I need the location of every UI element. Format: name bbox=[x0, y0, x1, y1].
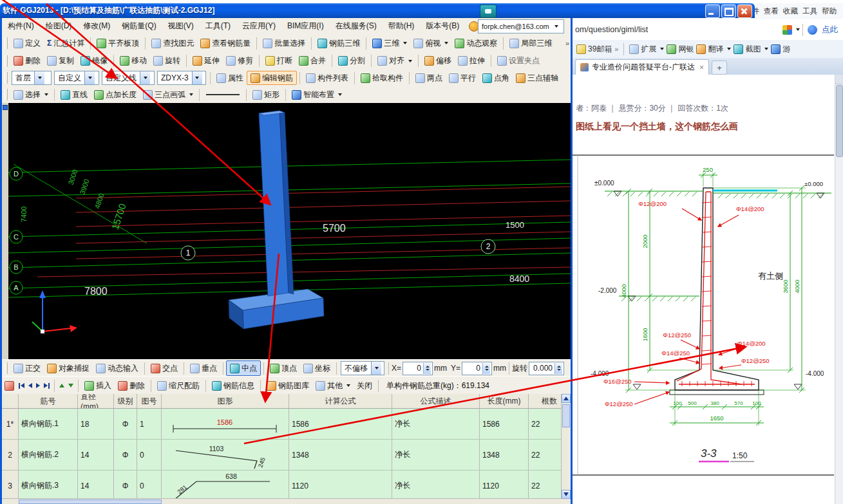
rebar-gallery-button[interactable]: 钢筋图库 bbox=[263, 378, 312, 393]
scroll-down-arrow[interactable] bbox=[562, 490, 571, 499]
click-here-link[interactable]: 点此 bbox=[822, 24, 838, 35]
rotation-spinner[interactable] bbox=[554, 363, 562, 374]
toolbar-grip[interactable] bbox=[5, 362, 8, 374]
point-angle-axis-button[interactable]: 点角 bbox=[479, 71, 513, 85]
define-button[interactable]: 定义 bbox=[10, 36, 44, 50]
bookmark-screenshot[interactable]: 截图 bbox=[734, 44, 768, 55]
prev-row-button[interactable] bbox=[26, 379, 34, 392]
custom-line-combo[interactable]: 自定义线 bbox=[102, 71, 155, 85]
apps-grid-icon[interactable] bbox=[782, 25, 792, 35]
tab-close-icon[interactable]: × bbox=[699, 63, 704, 72]
menu-modify[interactable]: 修改(M) bbox=[77, 18, 116, 34]
category-combo[interactable]: 自定义 bbox=[54, 71, 99, 85]
url-text[interactable]: om/question/giml/list bbox=[575, 25, 781, 34]
bookmark-mail[interactable]: 39邮箱 bbox=[576, 44, 612, 55]
table-row[interactable]: 2 横向钢筋.2 14 Φ 0 1103 245 1348 净长 1348 22 bbox=[2, 440, 571, 471]
delete-row-button[interactable]: 删除 bbox=[115, 378, 148, 393]
line-button[interactable]: 直线 bbox=[57, 88, 91, 102]
header-formula-desc[interactable]: 公式描述 bbox=[392, 394, 480, 408]
top-view-button[interactable]: 俯视 bbox=[410, 36, 451, 50]
scroll-up-arrow[interactable] bbox=[835, 75, 843, 84]
parallel-axis-button[interactable]: 平行 bbox=[446, 71, 479, 85]
header-shape[interactable]: 图形 bbox=[162, 394, 289, 408]
cloud-badge-icon[interactable] bbox=[480, 5, 497, 18]
table-horizontal-scrollbar[interactable] bbox=[2, 498, 571, 504]
browser-badge-icon[interactable] bbox=[808, 25, 817, 35]
y-spinner[interactable] bbox=[482, 363, 490, 374]
dynamic-input-toggle[interactable]: 动态输入 bbox=[93, 361, 142, 375]
bookmark-extensions[interactable]: 扩展 bbox=[629, 44, 664, 55]
mirror-button[interactable]: 镜像 bbox=[77, 54, 111, 68]
close-button[interactable] bbox=[737, 5, 752, 18]
menu-cloud[interactable]: 云应用(Y) bbox=[236, 18, 281, 34]
x-input[interactable]: 0 bbox=[403, 362, 433, 375]
header-formula[interactable]: 计算公式 bbox=[289, 394, 392, 408]
trim-button[interactable]: 修剪 bbox=[223, 54, 256, 68]
browser-menu-help[interactable]: 帮助 bbox=[822, 6, 837, 16]
merge-button[interactable]: 合并 bbox=[296, 54, 329, 68]
rebar-3d-button[interactable]: 钢筋三维 bbox=[314, 36, 363, 50]
rotation-input[interactable]: 0.000 bbox=[529, 362, 564, 375]
set-grips-button[interactable]: 设置夹点 bbox=[494, 54, 543, 68]
menu-view[interactable]: 视图(V) bbox=[162, 18, 200, 34]
select-button[interactable]: 选择 bbox=[10, 88, 52, 102]
bookmark-ebank[interactable]: 网银 bbox=[667, 44, 694, 55]
close-panel-button[interactable]: 关闭 bbox=[354, 378, 375, 393]
view-3d-button[interactable]: 三维 bbox=[369, 36, 410, 50]
ggj-titlebar[interactable]: 软件 GGJ2013 - [D:\预结算及抽筋\广联达抽筋\测试-2.GGJ12… bbox=[0, 3, 755, 18]
scroll-thumb[interactable] bbox=[562, 404, 570, 427]
summary-calc-button[interactable]: Σ汇总计算 bbox=[44, 36, 88, 50]
scaled-rebar-button[interactable]: 缩尺配筋 bbox=[154, 378, 203, 393]
stretch-button[interactable]: 拉伸 bbox=[455, 54, 488, 68]
question-title[interactable]: 图纸上看见一个挡土墙，这个钢筋怎么画 bbox=[576, 121, 738, 133]
cad-viewport[interactable]: D C B A 1 2 7400 3000 3900 4800 15700 bbox=[8, 103, 571, 359]
snap-midpoint[interactable]: 中点 bbox=[226, 360, 261, 376]
table-vertical-scrollbar[interactable] bbox=[561, 394, 571, 499]
minimize-button[interactable] bbox=[705, 5, 720, 18]
pick-component-button[interactable]: 拾取构件 bbox=[357, 71, 406, 85]
move-down-button[interactable] bbox=[66, 379, 75, 392]
combo-button[interactable] bbox=[192, 71, 202, 84]
offset-button[interactable]: 偏移 bbox=[421, 54, 455, 68]
three-point-aux-axis-button[interactable]: 三点辅轴 bbox=[513, 71, 562, 85]
browser-scrollbar[interactable] bbox=[835, 75, 843, 504]
properties-button[interactable]: 属性 bbox=[213, 71, 247, 85]
menu-rebar-qty[interactable]: 钢筋量(Q) bbox=[116, 18, 162, 34]
y-input[interactable]: 0 bbox=[462, 362, 492, 375]
toolbar-grip[interactable] bbox=[5, 55, 8, 67]
local-3d-button[interactable]: 局部三维 bbox=[506, 36, 555, 50]
header-diameter[interactable]: 直径(mm) bbox=[78, 394, 114, 408]
two-point-axis-button[interactable]: 两点 bbox=[412, 71, 446, 85]
tab-qa-platform[interactable]: 专业造价问题答疑平台-广联达 × bbox=[575, 59, 709, 75]
snap-perpendicular[interactable]: 垂点 bbox=[187, 361, 220, 375]
menu-tools[interactable]: 工具(T) bbox=[200, 18, 236, 34]
menu-component[interactable]: 构件(N) bbox=[2, 18, 40, 34]
line-style-preview[interactable] bbox=[206, 94, 240, 95]
toolbar-overflow-chevron[interactable]: » bbox=[565, 39, 569, 47]
find-element-button[interactable]: 查找图元 bbox=[148, 36, 197, 50]
floor-combo[interactable]: 首层 bbox=[12, 71, 52, 85]
scroll-thumb[interactable] bbox=[19, 499, 162, 504]
x-spinner[interactable] bbox=[423, 363, 431, 374]
apply-icon[interactable] bbox=[5, 381, 14, 391]
element-combo[interactable]: ZDYX-3 bbox=[157, 71, 206, 85]
scroll-thumb[interactable] bbox=[836, 85, 843, 157]
other-button[interactable]: 其他 bbox=[312, 378, 354, 393]
header-grade[interactable]: 级别 bbox=[114, 394, 137, 408]
browser-address-bar[interactable]: om/question/giml/list 点此 bbox=[573, 19, 843, 41]
extend-button[interactable]: 延伸 bbox=[189, 54, 223, 68]
toolbar-grip[interactable] bbox=[5, 37, 8, 49]
bookmark-game[interactable]: 游 bbox=[771, 44, 790, 55]
align-slab-top-button[interactable]: 平齐板顶 bbox=[93, 36, 142, 50]
menu-draw[interactable]: 绘图(D) bbox=[40, 18, 78, 34]
browser-menu-tools[interactable]: 工具 bbox=[802, 6, 817, 16]
break-button[interactable]: 打断 bbox=[262, 54, 296, 68]
snap-vertex[interactable]: 顶点 bbox=[267, 361, 300, 375]
header-length[interactable]: 长度(mm) bbox=[480, 394, 529, 408]
snap-intersection[interactable]: 交点 bbox=[147, 361, 181, 375]
orbit-button[interactable]: 动态观察 bbox=[451, 36, 500, 50]
combo-button[interactable] bbox=[371, 362, 381, 375]
copy-button[interactable]: 复制 bbox=[44, 54, 77, 68]
rebar-info-button[interactable]: 钢筋信息 bbox=[209, 378, 258, 393]
menu-version[interactable]: 版本号(B) bbox=[420, 18, 465, 34]
